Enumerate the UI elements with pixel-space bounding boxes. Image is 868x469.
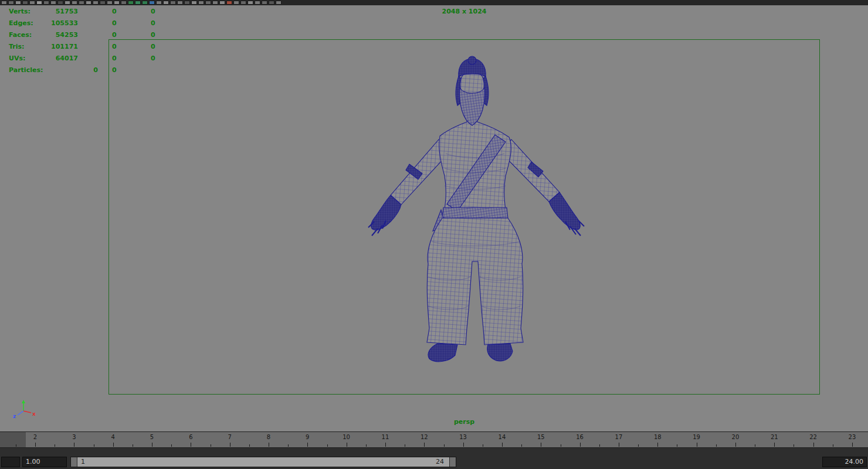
timeline-frame-label[interactable]: 21 bbox=[771, 434, 778, 440]
timeline-tick bbox=[230, 443, 230, 447]
toolbar-icon[interactable] bbox=[107, 1, 113, 5]
timeline-frame-label[interactable]: 23 bbox=[849, 434, 856, 440]
timeline-frame-label[interactable]: 3 bbox=[72, 434, 76, 440]
toolbar-icon[interactable] bbox=[212, 1, 218, 5]
toolbar-icon[interactable] bbox=[100, 1, 106, 5]
toolbar-icon[interactable] bbox=[142, 1, 148, 5]
timeline-frame-label[interactable]: 17 bbox=[615, 434, 623, 440]
range-end-handle[interactable] bbox=[449, 457, 456, 467]
timeline-frame-label[interactable]: 13 bbox=[459, 434, 467, 440]
toolbar-icon[interactable] bbox=[1, 1, 7, 5]
timeline-tick bbox=[366, 444, 367, 447]
hud-value: 0 bbox=[151, 19, 155, 27]
timeline-frame-label[interactable]: 8 bbox=[267, 434, 270, 440]
toolbar-icon[interactable] bbox=[65, 1, 70, 5]
toolbar-icons bbox=[1, 1, 282, 5]
hud-value: 51753 bbox=[38, 8, 78, 15]
timeline-tick bbox=[405, 444, 405, 447]
range-start-handle[interactable] bbox=[71, 457, 77, 467]
timeline-frame-label[interactable]: 9 bbox=[306, 434, 309, 440]
toolbar-icon[interactable] bbox=[269, 1, 274, 5]
timeline-frame-label[interactable]: 12 bbox=[421, 434, 428, 440]
toolbar-icon[interactable] bbox=[198, 1, 204, 5]
toolbar-icon[interactable] bbox=[43, 1, 49, 5]
toolbar-icon[interactable] bbox=[177, 1, 183, 5]
wireframe-character-model[interactable] bbox=[352, 54, 598, 373]
toolbar-icon[interactable] bbox=[191, 1, 197, 5]
timeline-frame-label[interactable]: 11 bbox=[382, 434, 389, 440]
hud-value: 0 bbox=[38, 66, 98, 74]
timeline-tick bbox=[327, 444, 328, 447]
toolbar-icon[interactable] bbox=[262, 1, 267, 5]
toolbar-icon[interactable] bbox=[29, 1, 35, 5]
axis-z-label: z bbox=[13, 413, 16, 419]
timeline-frame-label[interactable]: 10 bbox=[343, 434, 350, 440]
timeline-tick bbox=[541, 443, 541, 447]
character-set-box[interactable] bbox=[1, 457, 20, 467]
toolbar-icon[interactable] bbox=[93, 1, 99, 5]
toolbar-icon[interactable] bbox=[184, 1, 190, 5]
toolbar-icon[interactable] bbox=[205, 1, 211, 5]
timeline-frame-label[interactable]: 22 bbox=[809, 434, 817, 440]
timeline-frame-label[interactable]: 15 bbox=[537, 434, 545, 440]
timeline-frame-label[interactable]: 18 bbox=[654, 434, 662, 440]
toolbar-icon[interactable] bbox=[86, 1, 91, 5]
timeline-tick bbox=[152, 443, 152, 447]
time-slider[interactable]: 234567891011121314151617181920212223 bbox=[0, 431, 868, 448]
toolbar-icon[interactable] bbox=[226, 1, 232, 5]
timeline-tick bbox=[580, 443, 581, 447]
toolbar-icon[interactable] bbox=[255, 1, 260, 5]
hud-value: 101171 bbox=[38, 43, 78, 50]
toolbar-icon[interactable] bbox=[240, 1, 246, 5]
timeline-tick bbox=[94, 444, 94, 447]
timeline-frame-label[interactable]: 4 bbox=[111, 434, 114, 440]
timeline-frame-label[interactable]: 5 bbox=[150, 434, 154, 440]
timeline-tick bbox=[347, 443, 347, 447]
toolbar-icon[interactable] bbox=[128, 1, 134, 5]
toolbar-icon[interactable] bbox=[121, 1, 127, 5]
timeline-frame-label[interactable]: 14 bbox=[499, 434, 506, 440]
timeline-tick bbox=[74, 443, 74, 447]
timeline-tick bbox=[307, 443, 308, 447]
view-axis-indicator: z x bbox=[7, 397, 36, 420]
toolbar-icon[interactable] bbox=[50, 1, 56, 5]
timeline-tick bbox=[794, 444, 794, 447]
timeline-tick bbox=[852, 443, 853, 447]
timeline-frame-label[interactable]: 19 bbox=[693, 434, 700, 440]
toolbar-icon[interactable] bbox=[170, 1, 176, 5]
axis-x-label: x bbox=[32, 411, 36, 417]
viewport-panel[interactable]: Verts: 51753 0 0 Edges: 105533 0 0 Faces… bbox=[0, 5, 868, 431]
timeline-frame-label[interactable]: 7 bbox=[228, 434, 231, 440]
playback-start-field[interactable]: 1.00 bbox=[22, 457, 67, 467]
toolbar-icon[interactable] bbox=[36, 1, 42, 5]
range-slider-track[interactable]: 1 24 bbox=[70, 457, 456, 467]
toolbar-icon[interactable] bbox=[72, 1, 77, 5]
toolbar-icon[interactable] bbox=[79, 1, 84, 5]
hud-label: Verts: bbox=[9, 8, 30, 15]
toolbar-icon[interactable] bbox=[276, 1, 282, 5]
toolbar-icon[interactable] bbox=[247, 1, 253, 5]
hud-row-faces: Faces: 54253 0 0 bbox=[9, 29, 185, 40]
toolbar-icon[interactable] bbox=[156, 1, 162, 5]
timeline-tick bbox=[619, 443, 619, 447]
toolbar-icon[interactable] bbox=[233, 1, 239, 5]
timeline-frame-label[interactable]: 16 bbox=[576, 434, 584, 440]
toolbar-icon[interactable] bbox=[57, 1, 63, 5]
toolbar-icon[interactable] bbox=[15, 1, 21, 5]
timeline-frame-label[interactable]: 20 bbox=[732, 434, 740, 440]
range-end-label: 24 bbox=[436, 458, 444, 465]
toolbar-icon[interactable] bbox=[114, 1, 120, 5]
hud-label: Faces: bbox=[9, 31, 32, 39]
hud-row-edges: Edges: 105533 0 0 bbox=[9, 17, 185, 29]
timeline-frame-label[interactable]: 6 bbox=[189, 434, 192, 440]
toolbar-icon[interactable] bbox=[163, 1, 169, 5]
toolbar-icon[interactable] bbox=[149, 1, 155, 5]
toolbar-icon[interactable] bbox=[135, 1, 141, 5]
toolbar-icon[interactable] bbox=[219, 1, 225, 5]
toolbar-icon[interactable] bbox=[22, 1, 28, 5]
toolbar-icon[interactable] bbox=[8, 1, 14, 5]
playback-end-field[interactable]: 24.00 bbox=[822, 457, 867, 467]
timeline-tick bbox=[385, 443, 386, 447]
range-slider-bar: 1.00 1 24 24.00 bbox=[0, 448, 868, 469]
timeline-frame-label[interactable]: 2 bbox=[33, 434, 37, 440]
